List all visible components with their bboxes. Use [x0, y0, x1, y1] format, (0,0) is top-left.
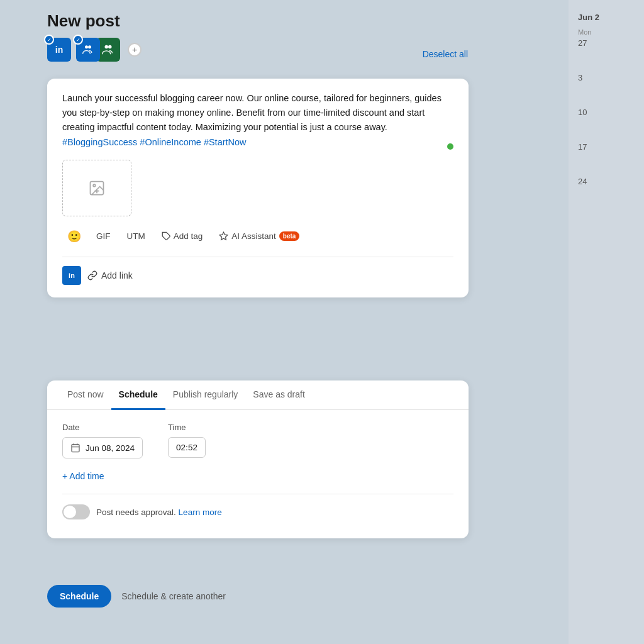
schedule-card: Post now Schedule Publish regularly Save…	[47, 380, 469, 538]
svg-point-2	[105, 45, 109, 49]
deselect-all-link[interactable]: Deselect all	[423, 49, 468, 59]
tab-save-draft[interactable]: Save as draft	[245, 380, 313, 410]
utm-button[interactable]: UTM	[121, 228, 152, 244]
ai-assistant-button[interactable]: AI Assistant beta	[213, 228, 306, 244]
add-time-button[interactable]: + Add time	[62, 471, 104, 481]
date-value: Jun 08, 2024	[86, 443, 135, 453]
bottom-row: Schedule Schedule & create another	[47, 585, 226, 608]
checkmark-icon-2	[73, 35, 83, 45]
svg-rect-9	[72, 445, 79, 452]
approval-row: Post needs approval. Learn more	[62, 504, 453, 526]
approval-text: Post needs approval. Learn more	[96, 508, 222, 517]
account-icon-1[interactable]: in	[47, 38, 71, 62]
approval-toggle[interactable]	[62, 504, 90, 519]
toolbar-row: 🙂 GIF UTM Add tag AI Assistant beta	[62, 226, 453, 257]
calendar-day-10: 10	[578, 108, 635, 117]
ai-assistant-label: AI Assistant	[231, 231, 276, 241]
status-dot	[447, 143, 453, 150]
svg-point-0	[85, 45, 88, 48]
link-row: in Add link	[62, 257, 453, 285]
checkmark-icon	[44, 35, 54, 45]
post-main-text: Launch your successful blogging career n…	[62, 93, 441, 132]
add-tag-label: Add tag	[174, 231, 203, 241]
tabs-row: Post now Schedule Publish regularly Save…	[47, 380, 469, 410]
add-tag-button[interactable]: Add tag	[155, 228, 209, 244]
post-text[interactable]: Launch your successful blogging career n…	[62, 91, 453, 150]
learn-more-link[interactable]: Learn more	[179, 508, 222, 517]
account-group	[76, 38, 120, 62]
account-row: in +	[47, 38, 142, 62]
utm-label: UTM	[127, 231, 145, 241]
calendar-icon	[70, 443, 80, 453]
date-time-row: Date Jun 08, 2024 Time 02 : 52	[62, 423, 453, 458]
add-link-button[interactable]: Add link	[87, 270, 133, 280]
tab-schedule[interactable]: Schedule	[111, 380, 165, 410]
calendar-day-label: Mon	[578, 28, 635, 36]
gif-button[interactable]: GIF	[90, 228, 117, 244]
post-hashtags: #BloggingSuccess #OnlineIncome #StartNow	[62, 137, 247, 147]
svg-point-5	[93, 184, 96, 187]
toggle-knob	[64, 506, 76, 518]
add-time-label: + Add time	[62, 471, 104, 481]
gif-label: GIF	[96, 231, 111, 241]
create-another-link[interactable]: Schedule & create another	[121, 591, 226, 601]
tab-post-now[interactable]: Post now	[60, 380, 111, 410]
linkedin-icon-small: in	[62, 266, 81, 285]
tab-publish-regularly[interactable]: Publish regularly	[165, 380, 246, 410]
ai-icon	[219, 231, 228, 241]
image-placeholder[interactable]	[62, 160, 131, 216]
calendar-day-24: 24	[578, 177, 635, 186]
emoji-button[interactable]: 🙂	[62, 226, 86, 247]
add-account-button[interactable]: +	[128, 43, 142, 57]
date-input[interactable]: Jun 08, 2024	[62, 437, 143, 458]
svg-point-1	[88, 45, 91, 48]
page-title: New post	[47, 11, 120, 31]
time-minute: 52	[188, 443, 197, 452]
account-icon-2[interactable]	[76, 38, 100, 62]
time-label: Time	[168, 423, 206, 432]
divider	[62, 494, 453, 494]
svg-point-3	[108, 45, 112, 49]
calendar-day-17: 17	[578, 142, 635, 152]
calendar-sidebar: Jun 2 Mon 27 3 10 17 24	[569, 0, 644, 644]
schedule-button[interactable]: Schedule	[47, 585, 111, 608]
date-field-group: Date Jun 08, 2024	[62, 423, 143, 458]
date-label: Date	[62, 423, 143, 432]
calendar-day-3: 3	[578, 73, 635, 82]
linkedin-logo-1: in	[55, 45, 63, 55]
emoji-icon: 🙂	[67, 230, 81, 243]
people-icon	[82, 43, 94, 56]
time-hour: 02	[176, 443, 186, 452]
beta-badge: beta	[279, 231, 300, 241]
time-field-group: Time 02 : 52	[168, 423, 206, 458]
calendar-day-27: 27	[578, 38, 635, 48]
link-icon	[87, 270, 97, 280]
post-card: Launch your successful blogging career n…	[47, 79, 469, 297]
add-link-label: Add link	[101, 270, 133, 280]
image-upload-icon	[88, 179, 106, 197]
time-input[interactable]: 02 : 52	[168, 437, 206, 458]
calendar-month: Jun 2	[578, 13, 635, 22]
tag-icon	[162, 231, 171, 241]
people-icon-2	[101, 43, 115, 57]
schedule-content: Date Jun 08, 2024 Time 02 : 52	[47, 410, 469, 538]
